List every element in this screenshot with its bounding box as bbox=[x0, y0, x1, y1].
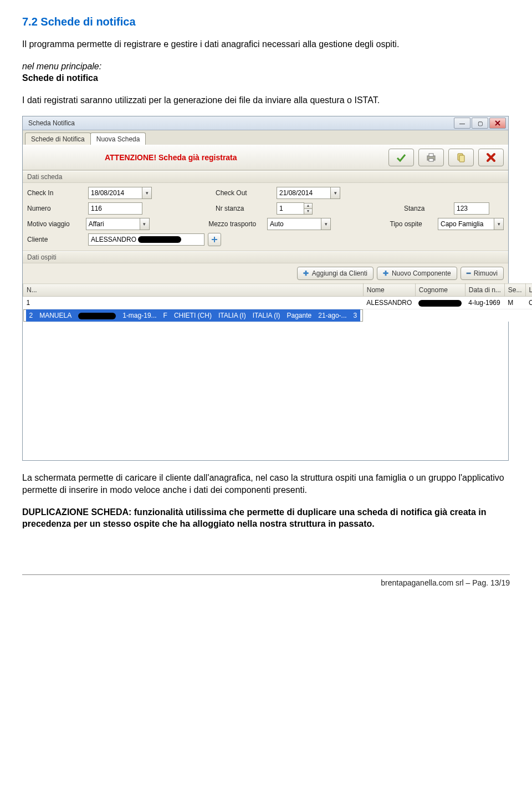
ospiti-table[interactable]: N... Nome Cognome Data di n... Se... Luo… bbox=[23, 283, 532, 322]
duplicate-button[interactable] bbox=[448, 149, 474, 166]
page-footer: brentapaganella.com srl – Pag. 13/19 bbox=[0, 578, 532, 598]
checkin-dropdown[interactable]: ▾ bbox=[142, 187, 152, 199]
duplicate-icon bbox=[456, 152, 467, 163]
cliente-label: Cliente bbox=[27, 236, 88, 243]
motivo-label: Motivo viaggio bbox=[27, 220, 86, 228]
mezzo-select[interactable]: Auto bbox=[267, 218, 321, 230]
stanza-input[interactable]: 123 bbox=[454, 202, 489, 215]
nrstanza-input[interactable]: 1 bbox=[277, 202, 304, 215]
tipo-label: Tipo ospite bbox=[390, 220, 438, 228]
col-sex[interactable]: Se... bbox=[504, 284, 525, 297]
svg-rect-1 bbox=[429, 154, 433, 156]
motivo-dropdown[interactable]: ▾ bbox=[140, 218, 150, 230]
table-row[interactable]: 1 ALESSANDRO 4-lug-1969 M CHIETI (CH) IT… bbox=[23, 297, 533, 309]
dati-ospiti-header: Dati ospiti bbox=[23, 251, 508, 263]
motivo-select[interactable]: Affari bbox=[86, 218, 140, 230]
cognome-redacted bbox=[418, 300, 462, 307]
col-nome[interactable]: Nome bbox=[363, 284, 415, 297]
plus-icon bbox=[211, 236, 218, 243]
tab-schede-di-notifica[interactable]: Schede di Notifica bbox=[25, 133, 91, 145]
close-button[interactable] bbox=[489, 118, 506, 129]
cliente-add-button[interactable] bbox=[208, 233, 221, 246]
window-title: Scheda Notifica bbox=[25, 119, 453, 127]
stanza-label: Stanza bbox=[404, 205, 454, 212]
section-title: 7.2 Schede di notifica bbox=[22, 16, 510, 28]
check-icon bbox=[396, 152, 407, 163]
checkin-input[interactable]: 18/08/2014 bbox=[88, 187, 142, 199]
numero-input[interactable]: 116 bbox=[88, 202, 142, 215]
printer-icon bbox=[426, 152, 437, 163]
after-text-1: La schermata permette di caricare il cli… bbox=[22, 472, 510, 496]
maximize-button[interactable]: ▢ bbox=[472, 118, 488, 129]
table-empty-area bbox=[23, 322, 508, 460]
duplicazione-text: DUPLICAZIONE SCHEDA: funzionalità utilis… bbox=[22, 506, 510, 530]
cliente-redacted bbox=[138, 236, 181, 243]
intro-text: Il programma permette di registrare e ge… bbox=[22, 38, 510, 50]
svg-rect-2 bbox=[429, 159, 433, 161]
plus-icon: ✚ bbox=[303, 269, 309, 277]
confirm-button[interactable] bbox=[388, 149, 414, 166]
nrstanza-spinner[interactable]: ▲▼ bbox=[304, 203, 313, 215]
tipo-dropdown[interactable]: ▾ bbox=[494, 218, 504, 230]
rimuovi-button[interactable]: ━Rimuovi bbox=[461, 267, 504, 280]
numero-label: Numero bbox=[27, 205, 88, 212]
tipo-select[interactable]: Capo Famiglia bbox=[438, 218, 494, 230]
table-row[interactable]: 2 MANUELA 1-mag-19... F CHIETI (CH) ITAL… bbox=[23, 309, 364, 322]
col-cognome[interactable]: Cognome bbox=[415, 284, 465, 297]
checkout-label: Check Out bbox=[216, 189, 277, 197]
tab-nuova-scheda[interactable]: Nuova Scheda bbox=[90, 133, 146, 145]
mezzo-label: Mezzo trasporto bbox=[208, 220, 267, 228]
delete-button[interactable] bbox=[478, 149, 504, 166]
menu-item: Schede di notifica bbox=[22, 73, 98, 83]
checkout-input[interactable]: 21/08/2014 bbox=[277, 187, 331, 199]
checkin-label: Check In bbox=[27, 189, 88, 197]
dati-scheda-header: Dati scheda bbox=[23, 171, 508, 183]
col-dob[interactable]: Data di n... bbox=[465, 284, 504, 297]
menu-lead: nel menu principale: bbox=[22, 62, 101, 71]
col-n[interactable]: N... bbox=[23, 284, 364, 297]
svg-rect-4 bbox=[459, 155, 464, 162]
scheda-notifica-window: Scheda Notifica — ▢ Schede di Notifica N… bbox=[22, 116, 509, 461]
cliente-input[interactable]: ALESSANDRO bbox=[88, 233, 204, 246]
print-button[interactable] bbox=[418, 149, 444, 166]
minimize-button[interactable]: — bbox=[454, 118, 470, 129]
checkout-dropdown[interactable]: ▾ bbox=[331, 187, 340, 199]
nrstanza-label: Nr stanza bbox=[216, 205, 277, 212]
minus-icon: ━ bbox=[467, 269, 470, 277]
alert-message: ATTENZIONE! Scheda già registrata bbox=[27, 153, 384, 162]
close-icon bbox=[495, 120, 500, 126]
aggiungi-da-clienti-button[interactable]: ✚Aggiungi da Clienti bbox=[297, 267, 374, 280]
nuovo-componente-button[interactable]: ✚Nuovo Componente bbox=[377, 267, 457, 280]
plus-icon: ✚ bbox=[383, 269, 388, 277]
desc-text: I dati registrati saranno utilizzati per… bbox=[22, 94, 510, 106]
col-luogo[interactable]: Luogo di... bbox=[525, 284, 532, 297]
footer-rule bbox=[22, 574, 510, 575]
mezzo-dropdown[interactable]: ▾ bbox=[321, 218, 331, 230]
x-icon bbox=[485, 152, 497, 163]
cognome-redacted bbox=[78, 313, 116, 319]
